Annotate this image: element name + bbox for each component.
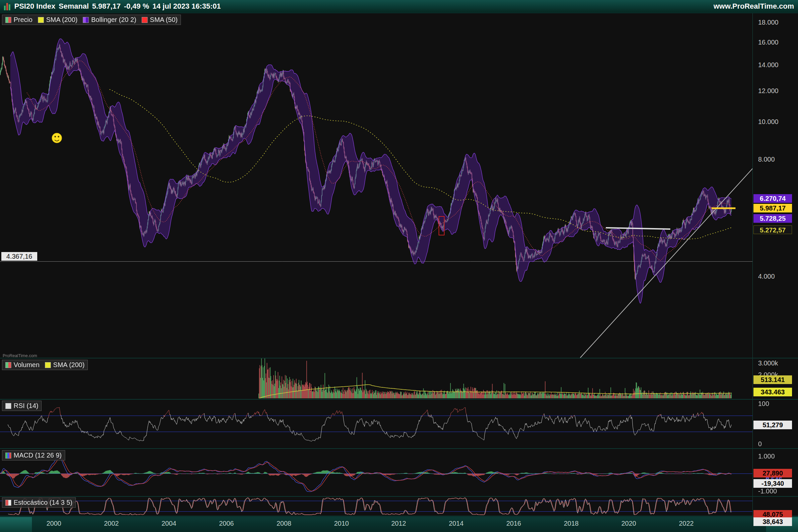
legend-label: Volumen bbox=[14, 361, 40, 369]
legend-item-rsi[interactable]: RSI (14) bbox=[5, 402, 38, 410]
sma200-chip-icon bbox=[38, 17, 44, 23]
macd-scale-tick: 1.000 bbox=[758, 452, 775, 460]
bottom-left-corner bbox=[0, 517, 32, 532]
rsi-scale-tick: 0 bbox=[758, 440, 762, 448]
time-axis-year-label: 2016 bbox=[499, 519, 529, 527]
legend-label: MACD (12 26 9) bbox=[14, 452, 62, 459]
time-axis-year-label: 2008 bbox=[269, 519, 299, 527]
legend-item-bollinger[interactable]: Bollinger (20 2) bbox=[83, 16, 136, 24]
legend-label: SMA (200) bbox=[46, 16, 77, 24]
stochastic-chip-icon bbox=[5, 500, 11, 506]
time-axis-year-label: 2020 bbox=[614, 519, 644, 527]
rsi-value-tag: 51,279 bbox=[754, 421, 792, 429]
rsi-chip-icon bbox=[5, 403, 11, 409]
macd-scale-tick: -1.000 bbox=[758, 487, 777, 495]
price-scale-tick: 4.000 bbox=[758, 272, 775, 280]
sma50-chip-icon bbox=[141, 17, 148, 23]
legend-label: Precio bbox=[14, 16, 33, 24]
time-axis-year-label: 2022 bbox=[671, 519, 701, 527]
time-axis-year-label: 2014 bbox=[441, 519, 471, 527]
macd-hist-value-tag: 27,890 bbox=[754, 469, 792, 477]
legend-item-volumen[interactable]: Volumen bbox=[5, 361, 40, 369]
legend-item-volume-sma[interactable]: SMA (200) bbox=[45, 361, 84, 369]
legend-label: SMA (50) bbox=[150, 16, 177, 24]
legend-label: Bollinger (20 2) bbox=[91, 16, 136, 24]
volume-scale-tick: 3.000k bbox=[758, 359, 778, 367]
price-scale-tick: 10.000 bbox=[758, 118, 778, 126]
time-axis-year-label: 2006 bbox=[211, 519, 241, 527]
panel-separator bbox=[0, 448, 798, 449]
price-scale-tick: 18.000 bbox=[758, 18, 778, 26]
topbar-timeframe: Semanal bbox=[59, 2, 89, 11]
time-axis-year-label: 2018 bbox=[556, 519, 586, 527]
price-scale-tick: 12.000 bbox=[758, 87, 778, 95]
volume-sma-chip-icon bbox=[45, 362, 51, 368]
bollinger-lower-tag: 5.728,25 bbox=[754, 214, 792, 223]
price-scale-tick: 8.000 bbox=[758, 155, 775, 163]
last-price-tag: 5.987,17 bbox=[754, 204, 792, 212]
rsi-legend: RSI (14) bbox=[2, 401, 41, 411]
panel-separator bbox=[0, 399, 798, 400]
sma200-value-tag: 5.272,57 bbox=[754, 225, 792, 234]
time-axis-year-label: 2012 bbox=[384, 519, 414, 527]
time-axis-year-label: 2000 bbox=[39, 519, 69, 527]
rsi-scale-tick: 100 bbox=[758, 400, 769, 407]
legend-label: Estocástico (14 3 5) bbox=[14, 499, 73, 507]
legend-label: SMA (200) bbox=[53, 361, 84, 369]
panel-separator bbox=[0, 496, 798, 497]
precio-chip-icon bbox=[5, 17, 11, 23]
macd-line-value-tag: -19,340 bbox=[754, 479, 792, 488]
topbar-symbol: PSI20 Index bbox=[14, 2, 56, 11]
time-axis-year-label: 2004 bbox=[154, 519, 184, 527]
topbar-change-pct: -0,49 % bbox=[124, 2, 149, 11]
stoch-k-value-tag: 38,643 bbox=[754, 517, 792, 526]
volume-chip-icon bbox=[5, 362, 11, 368]
topbar: PSI20 Index Semanal 5.987,17 -0,49 % 14 … bbox=[0, 0, 798, 13]
price-scale-tick: 14.000 bbox=[758, 61, 778, 69]
legend-item-sma50[interactable]: SMA (50) bbox=[141, 16, 177, 24]
chart-app-icon bbox=[4, 2, 10, 10]
macd-chip-icon bbox=[5, 453, 11, 458]
stochastic-legend: Estocástico (14 3 5) bbox=[2, 497, 76, 508]
macd-legend: MACD (12 26 9) bbox=[2, 450, 65, 460]
time-axis-year-label: 2010 bbox=[326, 519, 357, 527]
panel-separator bbox=[0, 358, 798, 358]
bollinger-upper-tag: 6.270,74 bbox=[754, 194, 792, 203]
legend-item-macd[interactable]: MACD (12 26 9) bbox=[5, 452, 62, 459]
volume-value-tag: 513.141 bbox=[754, 375, 792, 384]
legend-item-stochastic[interactable]: Estocástico (14 3 5) bbox=[5, 499, 73, 507]
bollinger-chip-icon bbox=[83, 17, 89, 23]
legend-item-precio[interactable]: Precio bbox=[5, 16, 33, 24]
volume-legend: Volumen SMA (200) bbox=[2, 360, 88, 370]
hline-price-label: 4.367,16 bbox=[1, 252, 37, 261]
legend-item-sma200[interactable]: SMA (200) bbox=[38, 16, 77, 24]
price-legend: Precio SMA (200) Bollinger (20 2) SMA (5… bbox=[2, 15, 181, 25]
chart-canvas[interactable] bbox=[0, 0, 798, 532]
prorealtime-window: PSI20 Index Semanal 5.987,17 -0,49 % 14 … bbox=[0, 0, 798, 532]
legend-label: RSI (14) bbox=[14, 402, 38, 410]
price-scale-tick: 16.000 bbox=[758, 38, 778, 46]
time-axis-year-label: 2002 bbox=[96, 519, 126, 527]
volume-sma-value-tag: 343.463 bbox=[754, 388, 792, 396]
topbar-site-link[interactable]: www.ProRealTime.com bbox=[714, 2, 794, 11]
topbar-datetime: 14 jul 2023 16:35:01 bbox=[152, 2, 221, 11]
topbar-last-price: 5.987,17 bbox=[92, 2, 121, 11]
watermark: ProRealTime.com bbox=[3, 353, 37, 358]
